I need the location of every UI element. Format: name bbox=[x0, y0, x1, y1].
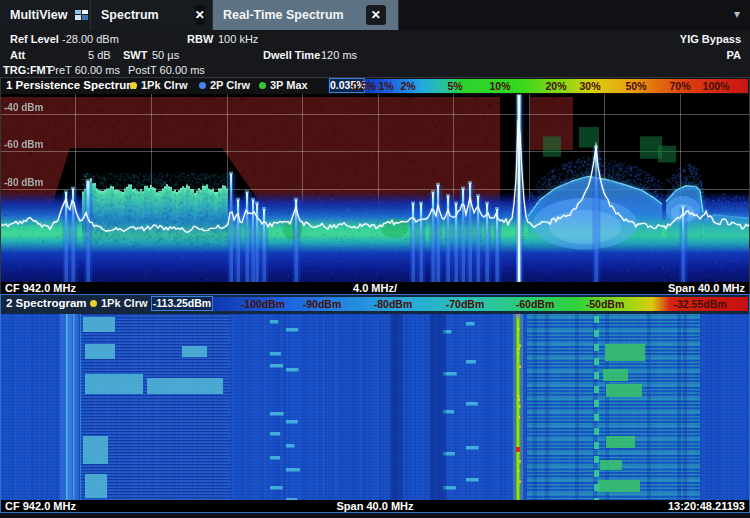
spectrogram-scale-label-0: -113.25dBm bbox=[151, 296, 213, 311]
tab-spectrum[interactable]: Spectrum ✕ bbox=[91, 0, 213, 30]
persistence-span-value[interactable]: Span 40.0 MHz bbox=[668, 282, 745, 294]
spectrogram-scale-label-7: -32.55dBm bbox=[673, 297, 726, 311]
rbw-value[interactable]: 100 kHz bbox=[218, 33, 258, 45]
spectrogram-trace-legend[interactable]: 1Pk Clrw bbox=[90, 297, 147, 309]
trace3-label: 3P Max bbox=[270, 79, 308, 91]
spectrogram-window-title: 2 Spectrogram bbox=[6, 297, 87, 309]
persistence-window-header[interactable]: 1 Persistence Spectrum 1Pk Clrw 2P Clrw … bbox=[0, 78, 750, 94]
spectrogram-trace-label: 1Pk Clrw bbox=[101, 297, 147, 309]
dwell-time-value[interactable]: 120 ms bbox=[321, 49, 357, 61]
dwell-time-label: Dwell Time bbox=[263, 49, 320, 61]
trace3-dot-icon bbox=[259, 82, 266, 89]
analyzer-screen: MultiView Spectrum ✕ Real-Time Spectrum … bbox=[0, 0, 750, 518]
multiview-grid-icon bbox=[75, 10, 80, 21]
settings-header: Ref Level -28.00 dBm RBW 100 kHz YIG Byp… bbox=[0, 30, 750, 77]
tab-overflow-chevron-down-icon[interactable]: ▾ bbox=[734, 7, 740, 21]
swt-value[interactable]: 50 µs bbox=[152, 49, 179, 61]
tab-bar: MultiView Spectrum ✕ Real-Time Spectrum … bbox=[0, 0, 750, 31]
persistence-scale-label-2: 1% bbox=[378, 79, 393, 93]
trace2-dot-icon bbox=[199, 82, 206, 89]
rbw-label: RBW bbox=[187, 33, 213, 45]
att-label: Att bbox=[10, 49, 25, 61]
trace2-label: 2P Clrw bbox=[210, 79, 250, 91]
spectrogram-canvas[interactable] bbox=[0, 314, 750, 500]
yig-bypass-label[interactable]: YIG Bypass bbox=[680, 33, 741, 45]
swt-label: SWT bbox=[123, 49, 147, 61]
tab-multiview[interactable]: MultiView bbox=[0, 0, 91, 30]
trace1-label: 1Pk Clrw bbox=[141, 79, 187, 91]
spectrogram-footer: CF 942.0 MHz Span 40.0 MHz 13:20:48.2119… bbox=[0, 500, 750, 513]
spectrogram-timestamp: 13:20:48.21193 bbox=[668, 500, 745, 513]
spectrogram-trace-dot-icon bbox=[90, 300, 97, 307]
persistence-cf-value[interactable]: CF 942.0 MHz bbox=[5, 282, 76, 294]
trace1-legend[interactable]: 1Pk Clrw bbox=[130, 79, 187, 91]
spectrogram-cf-value[interactable]: CF 942.0 MHz bbox=[5, 500, 76, 513]
spectrogram-scale-label-5: -60dBm bbox=[516, 297, 555, 311]
persistence-scale-label-8: 50% bbox=[625, 79, 646, 93]
persistence-color-scale[interactable]: 0.035%0.5%1%2%5%10%20%30%50%70%100% bbox=[328, 79, 748, 93]
persistence-scale-label-3: 2% bbox=[400, 79, 415, 93]
spectrogram-span-value[interactable]: Span 40.0 MHz bbox=[336, 500, 413, 513]
persistence-scale-label-1: 0.5% bbox=[352, 79, 376, 93]
persistence-scale-label-10: 100% bbox=[703, 79, 730, 93]
bottom-strip bbox=[0, 513, 750, 518]
trace2-legend[interactable]: 2P Clrw bbox=[199, 79, 250, 91]
spectrogram-scale-label-6: -50dBm bbox=[586, 297, 625, 311]
spectrogram-window-header[interactable]: 2 Spectrogram 1Pk Clrw -113.25dBm-100dBm… bbox=[0, 295, 750, 314]
tab-realtime-spectrum-close-icon[interactable]: ✕ bbox=[366, 5, 386, 25]
persistence-scale-label-9: 70% bbox=[669, 79, 690, 93]
pa-label[interactable]: PA bbox=[727, 49, 741, 61]
tab-realtime-spectrum-label: Real-Time Spectrum bbox=[223, 8, 344, 22]
persistence-scale-label-4: 5% bbox=[447, 79, 462, 93]
spectrogram-scale-label-2: -90dBm bbox=[303, 297, 342, 311]
persistence-spectrum-canvas[interactable] bbox=[0, 94, 750, 282]
persistence-scale-label-5: 10% bbox=[489, 79, 510, 93]
spectrogram-color-scale[interactable]: -113.25dBm-100dBm-90dBm-80dBm-70dBm-60dB… bbox=[150, 297, 748, 311]
persistence-footer: CF 942.0 MHz 4.0 MHz/ Span 40.0 MHz bbox=[0, 282, 750, 294]
tab-spectrum-label: Spectrum bbox=[101, 8, 159, 22]
tab-multiview-label: MultiView bbox=[10, 8, 67, 22]
spectrogram-scale-label-4: -70dBm bbox=[446, 297, 485, 311]
persistence-window-title: 1 Persistence Spectrum bbox=[6, 79, 136, 91]
att-value[interactable]: 5 dB bbox=[88, 49, 111, 61]
tab-realtime-spectrum[interactable]: Real-Time Spectrum ✕ bbox=[213, 0, 399, 30]
ref-level-value[interactable]: -28.00 dBm bbox=[62, 33, 119, 45]
posttrigger-value[interactable]: PostT 60.00 ms bbox=[128, 64, 205, 76]
trigger-format-label: TRG:FMT bbox=[3, 64, 52, 76]
persistence-scale-label-6: 20% bbox=[545, 79, 566, 93]
trace3-legend[interactable]: 3P Max bbox=[259, 79, 308, 91]
tab-spectrum-close-icon[interactable]: ✕ bbox=[195, 5, 205, 25]
pretrigger-value[interactable]: PreT 60.00 ms bbox=[48, 64, 120, 76]
spectrogram-scale-label-1: -100dBm bbox=[241, 297, 285, 311]
persistence-scale-label-7: 30% bbox=[579, 79, 600, 93]
trace1-dot-icon bbox=[130, 82, 137, 89]
persistence-div-value[interactable]: 4.0 MHz/ bbox=[353, 282, 397, 294]
spectrogram-scale-label-3: -80dBm bbox=[374, 297, 413, 311]
ref-level-label: Ref Level bbox=[10, 33, 59, 45]
